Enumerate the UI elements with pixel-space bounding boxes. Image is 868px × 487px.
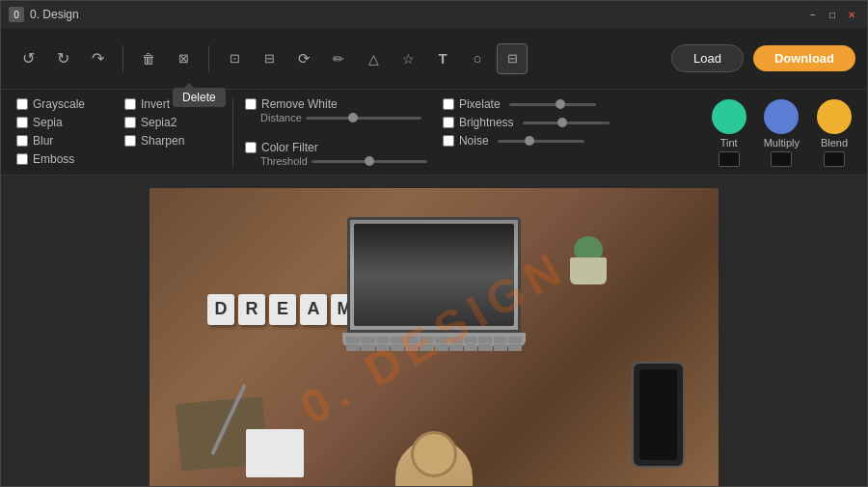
letter-e: E [269,294,296,325]
remove-white-checkbox[interactable] [245,98,257,110]
color-filter-slider-row: Color Filter Threshold [245,141,427,167]
pixelate-slider[interactable] [509,103,596,106]
blur-checkbox[interactable] [16,135,28,147]
sepia2-filter: Sepia2 [124,116,221,129]
circle-button[interactable]: ○ [462,43,493,74]
titlebar: 0 0. Design − □ ✕ [1,1,867,28]
colors-panel: Tint Multiply Blend [712,97,852,167]
slider-group2: Pixelate Brightness Noise [443,97,610,148]
filters-panel: Grayscale Sepia Blur Emboss Invert Sepia… [1,90,867,176]
sep2 [208,45,209,72]
text-button[interactable]: T [427,43,458,74]
plant [564,236,612,284]
main-canvas: D R E A M [1,176,867,487]
history-tools: ↺ ↻ ↷ [13,43,113,74]
tint-swatch[interactable] [719,151,740,167]
pixelate-filter: Pixelate [443,97,610,111]
blend-swatch[interactable] [824,151,845,167]
rotate-button[interactable]: ⟳ [288,43,319,74]
blend-color-item: Blend [817,99,852,167]
distance-label: Distance [260,112,302,123]
remove-white-label: Remove White [261,97,338,111]
sepia-filter: Sepia [16,116,113,129]
brightness-checkbox[interactable] [443,117,454,128]
brightness-slider[interactable] [523,122,610,124]
download-button[interactable]: Download [753,45,855,71]
noise-checkbox[interactable] [443,135,454,147]
tint-color-item: Tint [712,99,746,167]
phone [632,362,685,468]
brightness-label: Brightness [459,116,514,129]
paper [246,429,304,477]
load-button[interactable]: Load [671,44,744,72]
distance-slider[interactable] [306,117,421,120]
coffee-cup [411,431,457,477]
sepia2-checkbox[interactable] [124,117,136,128]
window-controls: − □ ✕ [805,7,859,22]
crop-button[interactable]: ⊡ [219,43,250,74]
crop2-button[interactable]: ⊟ [254,43,285,74]
blend-label: Blend [821,137,848,149]
letter-a: A [300,294,327,325]
grayscale-label: Grayscale [33,97,85,111]
laptop-screen-inner [354,224,514,326]
multiply-circle[interactable] [764,99,799,134]
letter-r: R [238,294,265,325]
redo2-button[interactable]: ↷ [82,43,113,74]
redo-button[interactable]: ↻ [47,43,78,74]
keyboard-keys [342,333,526,355]
blur-label: Blur [33,134,53,148]
slider-group1: Remove White Distance Color Filter Thres… [245,97,427,167]
sharpen-checkbox[interactable] [124,135,136,147]
sharpen-label: Sharpen [141,134,184,148]
invert-label: Invert [141,97,170,111]
remove-white-filter: Remove White [245,97,427,111]
threshold-label: Threshold [260,155,308,167]
close-button[interactable]: ✕ [844,7,859,22]
color-filter-checkbox[interactable] [245,142,257,153]
brightness-filter: Brightness [443,116,610,129]
laptop [338,217,530,346]
minimize-button[interactable]: − [805,7,821,22]
sepia-checkbox[interactable] [16,117,28,128]
multiply-swatch[interactable] [771,151,792,167]
emboss-filter: Emboss [16,152,113,166]
app-icon: 0 [9,7,24,22]
filter-col1: Grayscale Sepia Blur Emboss [16,97,113,166]
threshold-slider[interactable] [312,160,427,163]
blend-circle[interactable] [817,99,852,134]
plant-pot [570,257,607,284]
letter-d: D [207,294,234,325]
noise-slider[interactable] [498,140,584,143]
tint-circle[interactable] [712,99,746,134]
dream-letters: D R E A M [207,294,358,325]
multiply-color-item: Multiply [764,99,800,167]
settings-active-button[interactable]: ⊟ [497,43,528,74]
noise-filter: Noise [443,134,610,148]
pixelate-checkbox[interactable] [443,98,454,110]
grayscale-checkbox[interactable] [16,98,28,110]
toolbar: ↺ ↻ ↷ 🗑 ⊠ ⊡ ⊟ ⟳ ✏ △ ☆ T ○ ⊟ Load Downloa… [1,28,867,90]
delete-button[interactable]: 🗑 [133,43,164,74]
color-filter-filter: Color Filter [245,141,427,154]
shape-button[interactable]: △ [358,43,389,74]
multiply-label: Multiply [764,137,800,149]
canvas-image[interactable]: D R E A M [149,188,719,487]
sep3 [232,97,233,167]
laptop-screen [347,217,521,333]
grayscale-filter: Grayscale [16,97,113,111]
invert-checkbox[interactable] [124,98,136,110]
delete-all-button[interactable]: ⊠ [168,43,199,74]
undo-button[interactable]: ↺ [13,43,43,74]
remove-white-slider-row: Remove White Distance [245,97,427,123]
star-button[interactable]: ☆ [393,43,423,74]
maximize-button[interactable]: □ [825,7,840,22]
sepia2-label: Sepia2 [141,116,176,129]
app-title: 0. Design [30,8,805,21]
blur-filter: Blur [16,134,113,148]
delete-tools: 🗑 ⊠ [133,43,199,74]
pen-button[interactable]: ✏ [323,43,354,74]
color-filter-label: Color Filter [261,141,318,154]
emboss-checkbox[interactable] [16,153,28,165]
delete-tooltip: Delete [173,88,226,107]
